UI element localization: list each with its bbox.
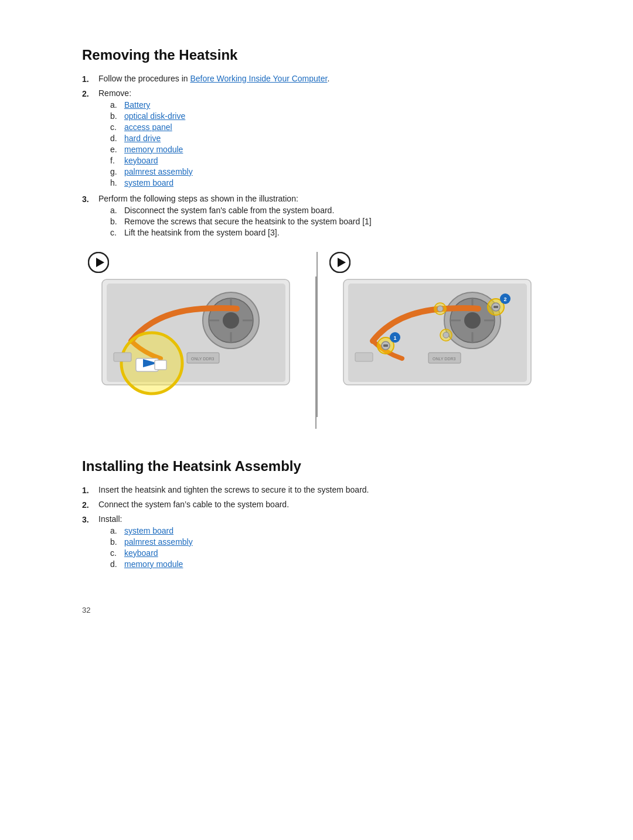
step2-content: Remove: a.Battery b.optical disk-drive c… (98, 88, 551, 189)
list-item: b.optical disk-drive (110, 111, 551, 121)
step-num-1: 1. (82, 74, 98, 84)
install-step2-content: Connect the system fan’s cable to the sy… (98, 500, 551, 509)
before-working-link[interactable]: Before Working Inside Your Computer (190, 74, 327, 83)
list-item: c.access panel (110, 122, 551, 132)
system-board-link-install[interactable]: system board (124, 526, 173, 535)
install-step-num-3: 3. (82, 514, 98, 524)
svg-point-25 (464, 312, 481, 329)
list-item: d.memory module (110, 559, 551, 569)
keyboard-link-remove[interactable]: keyboard (124, 156, 158, 165)
memory-module-link-remove[interactable]: memory module (124, 145, 183, 154)
memory-module-link-install[interactable]: memory module (124, 559, 183, 569)
list-item: c.keyboard (110, 548, 551, 558)
svg-text:1: 1 (393, 335, 396, 341)
removing-section: Removing the Heatsink 1. Follow the proc… (82, 47, 551, 429)
right-board-image: 1 2 ONLY DDR3 (324, 276, 551, 417)
svg-rect-44 (355, 353, 373, 361)
list-item: b.Remove the screws that secure the heat… (110, 217, 551, 226)
svg-rect-37 (494, 306, 498, 308)
svg-rect-16 (114, 353, 131, 361)
left-board-svg: ONLY DDR3 (96, 276, 295, 417)
installing-title: Installing the Heatsink Assembly (82, 458, 551, 474)
hard-drive-link[interactable]: hard drive (124, 134, 161, 143)
list-item: g.palmrest assembly (110, 167, 551, 176)
list-item: h.system board (110, 178, 551, 187)
palmrest-link-remove[interactable]: palmrest assembly (124, 167, 193, 176)
system-board-link-remove[interactable]: system board (124, 178, 173, 187)
svg-text:ONLY DDR3: ONLY DDR3 (433, 357, 456, 361)
right-illustration-panel: 1 2 ONLY DDR3 (316, 252, 551, 417)
list-item: e.memory module (110, 145, 551, 154)
optical-disk-link[interactable]: optical disk-drive (124, 111, 185, 121)
list-item: d.hard drive (110, 134, 551, 143)
left-illustration-panel: ONLY DDR3 (82, 252, 315, 417)
list-item: a.Disconnect the system fan's cable from… (110, 206, 551, 215)
step-num-3: 3. (82, 194, 98, 204)
installing-step-2: 2. Connect the system fan’s cable to the… (82, 500, 551, 510)
installing-section: Installing the Heatsink Assembly 1. Inse… (82, 458, 551, 571)
removing-step-2: 2. Remove: a.Battery b.optical disk-driv… (82, 88, 551, 189)
access-panel-link[interactable]: access panel (124, 122, 172, 132)
svg-point-6 (223, 312, 239, 329)
play-icon-left (88, 252, 109, 273)
illustration-area: ONLY DDR3 (82, 252, 551, 429)
step1-content: Follow the procedures in Before Working … (98, 74, 551, 83)
step-num-2: 2. (82, 88, 98, 98)
svg-rect-15 (155, 360, 166, 370)
installing-steps-list: 1. Insert the heatsink and tighten the s… (82, 485, 551, 571)
step3-content: Perform the following steps as shown in … (98, 194, 551, 239)
list-item: c.Lift the heatsink from the system boar… (110, 228, 551, 237)
battery-link[interactable]: Battery (124, 100, 150, 110)
install-step-num-1: 1. (82, 485, 98, 495)
install-step3-content: Install: a.system board b.palmrest assem… (98, 514, 551, 571)
installing-step-1: 1. Insert the heatsink and tighten the s… (82, 485, 551, 495)
install-step1-content: Insert the heatsink and tighten the scre… (98, 485, 551, 494)
svg-text:2: 2 (503, 296, 506, 302)
svg-point-43 (443, 332, 449, 338)
installing-step-3: 3. Install: a.system board b.palmrest as… (82, 514, 551, 571)
remove-sub-list: a.Battery b.optical disk-drive c.access … (98, 100, 551, 187)
list-item: f.keyboard (110, 156, 551, 165)
install-sub-list: a.system board b.palmrest assembly c.key… (98, 526, 551, 569)
install-step-num-2: 2. (82, 500, 98, 510)
removing-title: Removing the Heatsink (82, 47, 551, 63)
palmrest-link-install[interactable]: palmrest assembly (124, 537, 193, 547)
play-icon-right (329, 252, 350, 273)
right-board-svg: 1 2 ONLY DDR3 (338, 276, 537, 417)
page-number: 32 (82, 606, 551, 614)
removing-step-1: 1. Follow the procedures in Before Worki… (82, 74, 551, 84)
left-board-image: ONLY DDR3 (82, 276, 309, 417)
removing-steps-list: 1. Follow the procedures in Before Worki… (82, 74, 551, 239)
svg-text:ONLY DDR3: ONLY DDR3 (191, 357, 215, 361)
list-item: a.system board (110, 526, 551, 535)
removing-step-3: 3. Perform the following steps as shown … (82, 194, 551, 239)
svg-rect-32 (383, 344, 388, 347)
list-item: a.Battery (110, 100, 551, 110)
list-item: b.palmrest assembly (110, 537, 551, 547)
svg-point-41 (437, 306, 443, 312)
keyboard-link-install[interactable]: keyboard (124, 548, 158, 558)
perform-sub-list: a.Disconnect the system fan's cable from… (98, 206, 551, 237)
